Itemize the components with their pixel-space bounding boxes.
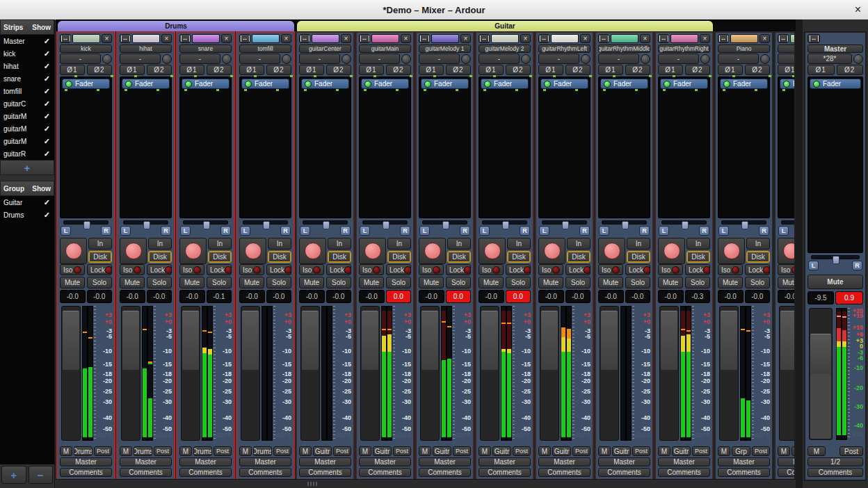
hide-strip-button[interactable]: × — [580, 34, 590, 43]
hide-strip-button[interactable]: × — [341, 34, 351, 43]
fader-handle[interactable] — [481, 311, 498, 370]
peak-display[interactable]: -0.0 — [745, 290, 771, 303]
input-monitor-button[interactable]: In — [148, 238, 172, 250]
volume-fader[interactable] — [540, 306, 559, 441]
strip-name-button[interactable]: guitarCenter — [299, 44, 351, 53]
fader-handle[interactable] — [601, 311, 618, 370]
fader-handle[interactable] — [421, 311, 438, 370]
mute-button[interactable]: Mute — [60, 277, 85, 288]
post-button[interactable]: Post — [154, 446, 172, 456]
strip-name-button[interactable]: st — [778, 44, 794, 53]
metering-point-button[interactable]: M — [419, 446, 431, 456]
strip-width-button[interactable]: ↔ — [658, 34, 669, 43]
fader-handle[interactable] — [182, 311, 199, 370]
output-button[interactable]: Master — [479, 457, 531, 466]
peak-display[interactable]: -0.0 — [147, 290, 172, 303]
mute-button[interactable]: Mute — [299, 277, 324, 288]
strip-visible-checkbox[interactable]: ✓ — [44, 137, 50, 146]
trim-knob[interactable] — [853, 54, 863, 64]
group-button[interactable]: Guitr — [313, 446, 332, 456]
sidebar-group-row[interactable]: Guitar✓ — [0, 196, 54, 209]
solo-isolate-button[interactable]: Iso — [718, 264, 743, 275]
processor-box[interactable]: Fader — [359, 76, 411, 218]
fader-processor-button[interactable]: Fader — [182, 79, 230, 89]
peak-display[interactable]: -0.0 — [565, 290, 591, 303]
fader-handle[interactable] — [810, 334, 831, 375]
phase2-button[interactable]: Ø2 — [266, 65, 291, 75]
record-enable-button[interactable] — [299, 238, 326, 264]
fader-handle[interactable] — [780, 311, 794, 370]
pan-handle[interactable] — [682, 221, 689, 229]
solo-isolate-button[interactable]: Iso — [179, 264, 204, 275]
trim-button[interactable]: - — [419, 54, 460, 64]
volume-fader[interactable] — [121, 306, 140, 441]
metering-point-button[interactable]: M — [299, 446, 312, 456]
strip-width-button[interactable]: ↔ — [419, 34, 430, 43]
group-button[interactable]: Guitr — [552, 446, 571, 456]
output-button[interactable]: Master — [658, 457, 710, 466]
input-monitor-button[interactable]: In — [208, 238, 232, 250]
peak-display[interactable]: -0.0 — [625, 290, 651, 303]
metering-point-button[interactable]: M — [120, 446, 132, 456]
trim-knob[interactable] — [521, 54, 531, 64]
metering-point-button[interactable]: M — [538, 446, 551, 456]
fader-handle[interactable] — [721, 311, 737, 370]
comments-button[interactable]: Comments — [239, 468, 291, 477]
comments-button[interactable]: Comments — [359, 468, 411, 477]
metering-point-button[interactable]: M — [179, 446, 192, 456]
processor-box[interactable]: Fader — [598, 76, 650, 218]
output-button[interactable]: Master — [359, 457, 411, 466]
solo-isolate-button[interactable]: Iso — [419, 264, 444, 275]
fader-processor-button[interactable]: Fader — [540, 79, 588, 89]
phase1-button[interactable]: Ø1 — [718, 65, 743, 75]
solo-lock-button[interactable]: Lock — [207, 264, 232, 275]
post-button[interactable]: Post — [94, 446, 112, 456]
solo-lock-button[interactable]: Lock — [565, 264, 590, 275]
fader-handle[interactable] — [661, 311, 677, 370]
gain-display[interactable]: -0.0 — [60, 290, 86, 303]
gain-display[interactable]: -0.0 — [239, 290, 265, 303]
comments-button[interactable]: Comments — [120, 468, 172, 477]
strip-color-chip[interactable] — [491, 34, 519, 43]
fader-handle[interactable] — [122, 311, 139, 370]
horizontal-scrollbar[interactable] — [56, 479, 796, 488]
comments-button[interactable]: Comments — [807, 468, 863, 477]
add-group-button[interactable]: + — [1, 466, 26, 484]
output-button[interactable]: Master — [538, 457, 590, 466]
strip-name-button[interactable]: kick — [60, 44, 112, 53]
sidebar-strip-row[interactable]: kick✓ — [0, 47, 54, 60]
trim-button[interactable]: - — [718, 54, 759, 64]
post-button[interactable]: Post — [839, 446, 863, 456]
sidebar-strip-row[interactable]: guitarR✓ — [0, 147, 54, 160]
volume-fader[interactable] — [300, 306, 320, 441]
solo-button[interactable]: Solo — [625, 277, 650, 288]
trim-button[interactable]: - — [538, 54, 579, 64]
disk-monitor-button[interactable]: Disk — [328, 251, 351, 263]
mute-button[interactable]: Mute — [778, 277, 794, 288]
solo-isolate-button[interactable]: Iso — [479, 264, 504, 275]
strip-width-button[interactable]: ↔ — [179, 34, 191, 43]
strip-name-button[interactable]: guitarMelody 1 — [419, 44, 471, 53]
phase2-button[interactable]: Ø2 — [207, 65, 232, 75]
strip-width-button[interactable]: ↔ — [479, 34, 490, 43]
mute-button[interactable]: Mute — [718, 277, 743, 288]
phase2-button[interactable]: Ø2 — [745, 65, 770, 75]
strip-color-chip[interactable] — [72, 34, 100, 43]
gain-display[interactable]: -0.0 — [778, 290, 794, 303]
solo-button[interactable]: Solo — [685, 277, 710, 288]
trim-knob[interactable] — [341, 54, 351, 64]
comments-button[interactable]: Comments — [598, 468, 650, 477]
processor-box[interactable]: Fader — [179, 76, 232, 218]
solo-isolate-button[interactable]: Iso — [778, 264, 794, 275]
master-name-button[interactable]: Master — [807, 44, 863, 53]
trim-button[interactable]: - — [778, 54, 794, 64]
phase1-button[interactable]: Ø1 — [807, 65, 835, 75]
peak-display[interactable]: -0.0 — [326, 290, 352, 303]
phase1-button[interactable]: Ø1 — [658, 65, 683, 75]
fader-processor-button[interactable]: Fader — [600, 79, 648, 89]
group-button[interactable]: Drums — [253, 446, 272, 456]
fader-processor-button[interactable]: Fader — [241, 79, 289, 89]
solo-lock-button[interactable]: Lock — [506, 264, 531, 275]
pan-track[interactable] — [422, 220, 467, 225]
strip-visible-checkbox[interactable]: ✓ — [44, 37, 50, 46]
